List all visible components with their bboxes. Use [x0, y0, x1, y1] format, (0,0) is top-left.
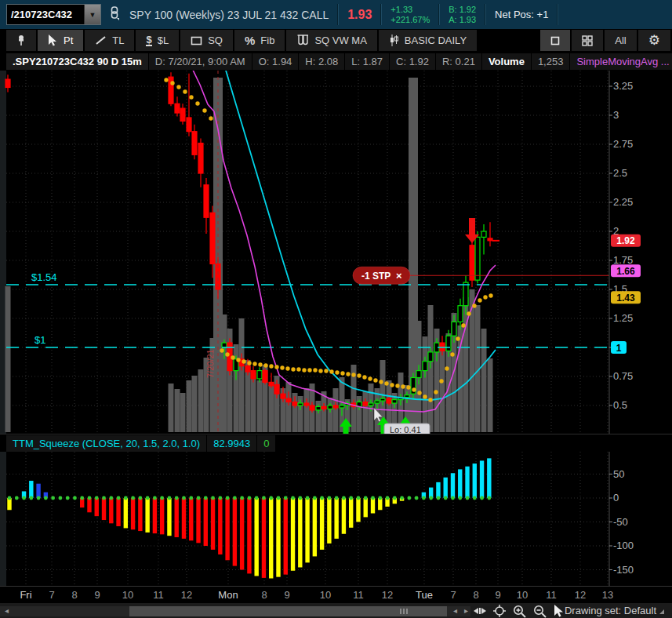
squeeze-bar: [356, 498, 360, 522]
squeeze-bar: [153, 498, 157, 533]
volume-bar: [304, 388, 310, 432]
squeeze-zero-dot: [131, 496, 135, 500]
drawing-set-selector[interactable]: Drawing set: Default: [565, 605, 664, 616]
squeeze-zero-dot: [262, 496, 266, 500]
fib-tool-button[interactable]: % Fib: [234, 30, 285, 51]
squeeze-zero-dot: [73, 496, 77, 500]
time-axis-hour-label: 9: [284, 589, 289, 601]
all-charts-button[interactable]: All: [605, 30, 636, 51]
candle: [475, 237, 480, 280]
pin-tool-button[interactable]: [6, 30, 36, 51]
squeeze-bar: [29, 481, 33, 498]
maximize-icon: [550, 36, 560, 45]
dollar-level-tool-button[interactable]: $ $L: [136, 30, 179, 51]
symbol-dropdown-button[interactable]: ▼: [84, 5, 100, 24]
volume-bar: [239, 318, 245, 432]
price-chart-canvas[interactable]: $1.54$1-1 STP×7/20/21Lo: 0.413.2532.752.…: [0, 71, 672, 434]
squeeze-zero-dot: [415, 496, 419, 500]
candle: [187, 118, 191, 132]
study-label[interactable]: SimpleMovingAvg ...: [570, 53, 672, 70]
link-icon[interactable]: [109, 6, 120, 24]
bid-value: B: 1.92: [449, 5, 476, 15]
time-axis-hour-label: 10: [320, 589, 331, 601]
squeeze-zero-dot: [393, 496, 397, 500]
squeeze-bar: [109, 498, 113, 523]
squeeze-bar: [36, 484, 40, 498]
squeeze-chart-canvas[interactable]: 500-50-100-150: [0, 452, 672, 586]
instrument-description: SPY 100 (Weeklys) 23 JUL 21 432 CALL: [129, 9, 329, 21]
volume-bar: [428, 305, 434, 432]
crosshair-icon[interactable]: [493, 605, 506, 617]
volume-bars: [5, 78, 493, 432]
squeeze-bar: [160, 498, 164, 534]
price-tick-label: 2.25: [613, 196, 633, 208]
candlestick-icon: [389, 35, 399, 46]
candle: [458, 306, 463, 322]
squeeze-zero-dot: [400, 496, 404, 500]
ma-dot: [417, 391, 421, 394]
last-price: 1.93: [347, 8, 372, 22]
squeeze-bar: [124, 498, 128, 528]
level-label: $1.54: [31, 271, 57, 283]
scroll-left-icon[interactable]: ◂: [5, 606, 9, 615]
time-axis-hour-label: 8: [473, 589, 478, 601]
squeeze-zero-dot: [255, 496, 259, 500]
close-icon[interactable]: ×: [396, 270, 402, 282]
ma-dot: [313, 368, 317, 372]
symbol-input[interactable]: /210723C432: [7, 5, 84, 24]
zoom-in-icon[interactable]: [513, 605, 526, 618]
ma-dot: [368, 376, 372, 380]
grid-view-button[interactable]: [572, 30, 603, 51]
square-tool-button[interactable]: SQ: [180, 30, 233, 51]
change-percent: +221.67%: [390, 15, 430, 25]
squeeze-zero-dot: [146, 496, 150, 500]
divider: [485, 4, 486, 25]
squeeze-zero-dot: [487, 496, 491, 500]
sq-vw-ma-study-button[interactable]: SQ VW MA: [286, 30, 376, 51]
chart-title[interactable]: .SPY210723C432 90 D 15m: [6, 53, 149, 70]
squeeze-bar: [189, 498, 193, 540]
time-axis-hour-label: 8: [261, 589, 267, 601]
candle: [210, 213, 215, 264]
squeeze-bar: [254, 498, 258, 576]
volume-bar: [488, 358, 493, 432]
squeeze-zero-dot: [233, 496, 237, 500]
squeeze-axis: 500-50-100-150: [609, 452, 634, 586]
pointer-mode-icon[interactable]: [554, 605, 564, 617]
squeeze-title[interactable]: TTM_Squeeze (CLOSE, 20, 1.5, 2.0, 1.0): [6, 435, 207, 452]
squeeze-zero-dot: [211, 496, 215, 500]
divider: [557, 4, 558, 25]
single-chart-view-button[interactable]: [540, 30, 570, 51]
gear-icon: ⚙: [648, 32, 660, 49]
expand-time-axis-icon[interactable]: [474, 606, 486, 616]
pointer-tool-button[interactable]: Pt: [38, 30, 83, 51]
ma-dot: [445, 366, 449, 370]
volume-label[interactable]: Volume: [482, 53, 532, 70]
zoom-out-icon[interactable]: [533, 605, 547, 618]
squeeze-zero-dot: [327, 496, 331, 500]
squeeze-zero-dot: [444, 496, 448, 500]
scroll-step-right-icon[interactable]: ▸: [464, 606, 468, 615]
rectangle-icon: [191, 36, 202, 45]
ma-dot: [373, 378, 377, 382]
trendline-tool-button[interactable]: TL: [85, 30, 134, 51]
chart-settings-button[interactable]: ⚙: [638, 30, 670, 51]
squeeze-bar: [305, 498, 309, 562]
pin-icon: [16, 35, 26, 46]
squeeze-bar: [487, 458, 491, 498]
basic-daily-style-button[interactable]: BASIC DAILY: [379, 30, 477, 51]
bid-ask-block: B: 1.92 A: 1.93: [449, 5, 476, 25]
ma-dot: [318, 369, 322, 373]
squeeze-bar: [87, 498, 91, 512]
candle: [251, 371, 256, 379]
price-tick-label: 3: [613, 109, 619, 121]
squeeze-tick-label: -150: [613, 564, 634, 576]
chart-high: H: 2.08: [299, 53, 345, 70]
squeeze-zero-dot: [291, 496, 295, 500]
bottom-bar: ◂ ◂ ▸: [0, 602, 672, 618]
ma-dot: [231, 355, 234, 359]
scroll-step-left-icon[interactable]: ◂: [453, 606, 457, 615]
chart-datetime: D: 7/20/21, 9:00 AM: [149, 53, 252, 70]
squeeze-zero-dot: [248, 496, 252, 500]
squeeze-zero-dot: [37, 496, 41, 500]
